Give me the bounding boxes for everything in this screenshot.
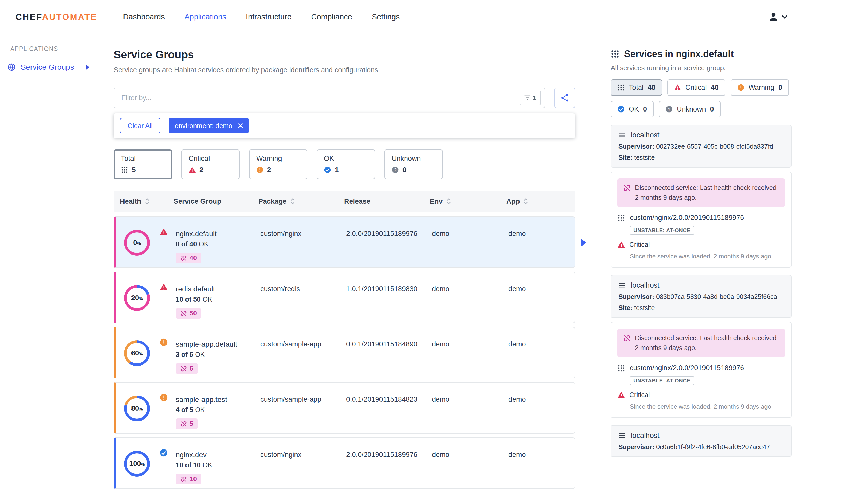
nav-dashboards[interactable]: Dashboards — [123, 12, 165, 21]
user-menu[interactable] — [768, 11, 787, 23]
link-off-icon — [180, 310, 187, 317]
health-percent: 60% — [131, 349, 143, 357]
sort-icon[interactable] — [145, 198, 150, 205]
total-icon — [121, 166, 128, 173]
status-filter-unknown[interactable]: Unknown ? 0 — [384, 150, 443, 179]
health-cell: 60% — [116, 327, 176, 378]
service-filter-total[interactable]: Total 40 — [611, 79, 662, 96]
health-donut: 100% — [124, 451, 150, 477]
app-cell: demo — [508, 438, 575, 488]
disconnected-badge: 50 — [176, 308, 202, 319]
warning-icon — [160, 393, 168, 402]
supervisor-icon — [618, 131, 626, 139]
clear-all-button[interactable]: Clear All — [120, 118, 160, 133]
service-groups-table: HealthService GroupPackageReleaseEnvApp … — [114, 191, 575, 489]
column-header-env[interactable]: Env — [430, 197, 506, 205]
column-header-package[interactable]: Package — [258, 197, 344, 205]
status-filter-ok[interactable]: OK 1 — [317, 150, 375, 179]
env-cell: demo — [432, 383, 508, 433]
link-off-icon — [180, 255, 187, 262]
status-card-count: 1 — [335, 166, 339, 174]
service-group-row-nginx.default[interactable]: 0% nginx.default 0 of 40 OK 40 custom/ng… — [114, 216, 575, 268]
brand-logo[interactable]: CHEFAUTOMATE — [16, 12, 97, 22]
service-card[interactable]: Disconnected service: Last health check … — [611, 322, 792, 418]
nav-applications[interactable]: Applications — [184, 12, 226, 21]
disconnected-alert-text: Disconnected service: Last health check … — [635, 183, 779, 202]
service-filter-label: OK — [629, 105, 639, 113]
supervisor-id: Supervisor: 002732ee-6557-405c-b008-cfcf… — [618, 143, 784, 150]
sort-icon[interactable] — [446, 198, 451, 205]
service-group-name: nginx.default — [176, 230, 260, 238]
svg-text:?: ? — [394, 168, 397, 172]
brand-chef: CHEF — [16, 12, 42, 22]
package-icon — [617, 214, 625, 222]
package-cell: custom/nginx — [260, 217, 346, 267]
chevron-down-icon — [782, 15, 787, 19]
package-icon — [617, 364, 625, 372]
nav-settings[interactable]: Settings — [372, 12, 400, 21]
column-header-release: Release — [344, 197, 430, 205]
service-group-row-redis.default[interactable]: 20% redis.default 10 of 50 OK 50 custom/… — [114, 271, 575, 323]
service-health-label: Critical — [629, 240, 650, 249]
brand-automate: AUTOMATE — [42, 12, 97, 22]
column-header-service-group: Service Group — [174, 197, 258, 205]
status-filter-critical[interactable]: Critical 2 — [181, 150, 240, 179]
release-cell: 2.0.0/20190115189976 — [346, 438, 432, 488]
link-off-icon — [180, 476, 187, 483]
supervisor-icon — [618, 432, 626, 439]
status-filter-total[interactable]: Total 5 — [114, 150, 172, 179]
service-group-cell: nginx.dev 10 of 10 OK 10 — [176, 438, 260, 488]
column-header-app[interactable]: App — [506, 197, 575, 205]
sidebar-item-service-groups[interactable]: Service Groups — [0, 60, 96, 74]
nav-infrastructure[interactable]: Infrastructure — [246, 12, 292, 21]
link-off-icon — [623, 334, 631, 353]
release-cell: 1.0.1/20190115189830 — [346, 272, 432, 323]
app-cell: demo — [508, 272, 575, 323]
chip-close-icon[interactable] — [238, 123, 243, 128]
package-cell: custom/nginx — [260, 438, 346, 488]
service-filter-count: 0 — [710, 105, 714, 113]
service-group-row-sample-app.default[interactable]: 60% sample-app.default 3 of 5 OK 5 custo… — [114, 327, 575, 379]
filter-count-button[interactable]: 1 — [520, 91, 541, 105]
status-filter-warning[interactable]: Warning 2 — [249, 150, 307, 179]
env-cell: demo — [432, 272, 508, 323]
sidebar-item-label: Service Groups — [21, 63, 74, 71]
status-filter-cards: Total 5 Critical 2 Warning 2 OK 1 Unknow… — [114, 150, 596, 179]
filter-input[interactable] — [121, 94, 520, 102]
service-since-text: Since the service was loaded, 2 months 9… — [630, 403, 785, 410]
ok-count: 3 of 5 OK — [176, 351, 260, 359]
nav-compliance[interactable]: Compliance — [311, 12, 352, 21]
sort-icon[interactable] — [290, 198, 295, 205]
supervisor-header: localhost Supervisor: 0c0a6b1f-f9f2-4fe6… — [611, 425, 792, 457]
update-strategy-badge: UNSTABLE: AT-ONCE — [630, 226, 694, 235]
service-filter-ok[interactable]: OK 0 — [611, 101, 654, 118]
service-since-text: Since the service was loaded, 2 months 9… — [630, 253, 785, 260]
status-card-label: Unknown — [392, 155, 436, 163]
filter-chip-environment-demo[interactable]: environment: demo — [169, 118, 249, 133]
column-header-health[interactable]: Health — [114, 197, 174, 205]
service-groups-icon — [7, 63, 16, 71]
supervisor-header: localhost Supervisor: 083b07ca-5830-4a8d… — [611, 275, 792, 318]
health-cell: 80% — [116, 383, 176, 433]
health-cell: 0% — [116, 217, 176, 267]
service-group-name: sample-app.test — [176, 395, 260, 404]
service-filter-unknown[interactable]: ? Unknown 0 — [659, 101, 721, 118]
service-group-row-nginx.dev[interactable]: 100% nginx.dev 10 of 10 OK 10 custom/ngi… — [114, 437, 575, 489]
host-name: localhost — [631, 281, 659, 289]
service-card[interactable]: Disconnected service: Last health check … — [611, 172, 792, 268]
service-group-name: sample-app.default — [176, 340, 260, 349]
app-cell: demo — [508, 217, 575, 267]
health-cell: 20% — [116, 272, 176, 323]
supervisor-icon — [618, 282, 626, 289]
health-percent: 80% — [131, 404, 143, 413]
warning-icon — [737, 84, 745, 91]
service-group-row-sample-app.test[interactable]: 80% sample-app.test 4 of 5 OK 5 custom/s… — [114, 382, 575, 434]
ok-icon — [324, 166, 331, 173]
package-cell: custom/sample-app — [260, 327, 346, 378]
service-filter-critical[interactable]: Critical 40 — [667, 79, 725, 96]
share-button[interactable] — [554, 88, 575, 108]
sort-icon[interactable] — [523, 198, 528, 205]
page-title: Service Groups — [114, 48, 596, 61]
table-header: HealthService GroupPackageReleaseEnvApp — [114, 191, 575, 212]
service-filter-warning[interactable]: Warning 0 — [731, 79, 789, 96]
